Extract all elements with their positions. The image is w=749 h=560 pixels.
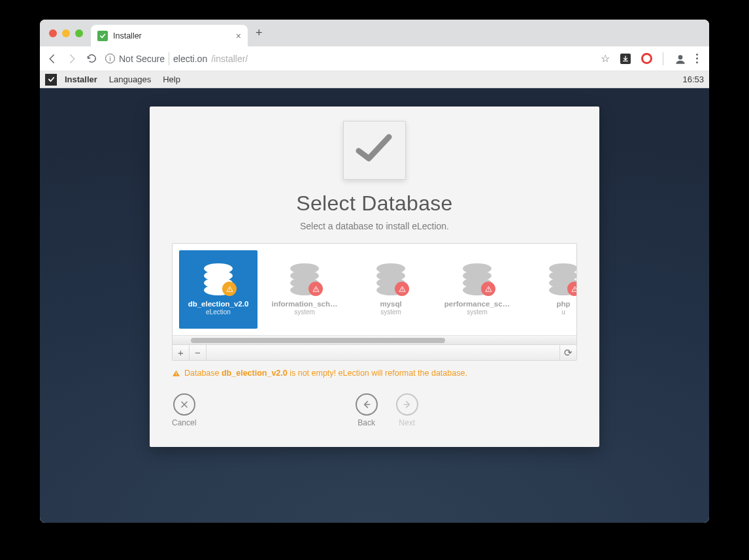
back-step-button[interactable]: Back [356,393,378,427]
database-panel: db_election_v2.0eLectioninformation_sch…… [172,243,577,361]
extension-icon[interactable] [641,53,652,64]
database-name: information_sch… [272,300,338,308]
database-icon [549,263,576,293]
database-subtitle: u [561,308,565,316]
next-step-button[interactable]: Next [396,393,418,427]
viewport: Select Database Select a database to ins… [40,88,709,523]
menu-installer[interactable]: Installer [65,74,97,84]
warning-dbname: db_election_v2.0 [222,369,288,378]
horizontal-scrollbar[interactable] [173,335,576,344]
next-label: Next [399,418,415,427]
error-badge-icon [395,282,409,296]
panel-toolbar: + − ⟳ [173,344,576,360]
svg-point-2 [229,290,230,291]
database-item[interactable]: phpu [524,250,576,329]
back-label: Back [358,418,375,427]
checkmark-illustration-icon [335,121,414,186]
svg-rect-11 [176,372,176,374]
database-subtitle: system [294,308,315,316]
tab-strip: Installer × + [40,20,709,46]
browser-window: Installer × + i Not Secure electi.on/ins… [40,20,709,523]
arrow-right-icon [396,393,418,416]
close-window-button[interactable] [49,29,57,37]
close-icon [173,393,195,416]
new-tab-button[interactable]: + [256,26,263,40]
add-database-button[interactable]: + [173,345,190,361]
database-subtitle: system [380,308,401,316]
url-field[interactable]: i Not Secure electi.on/installer/ [105,52,593,65]
app-logo-icon [45,74,57,86]
database-item[interactable]: performance_sc…system [438,250,516,329]
hero-image [172,121,577,186]
menu-languages[interactable]: Languages [109,74,151,84]
cancel-button[interactable]: Cancel [172,393,196,427]
site-info-icon[interactable]: i [105,54,115,63]
address-bar: i Not Secure electi.on/installer/ ☆ [40,46,709,71]
bookmark-icon[interactable]: ☆ [601,52,610,65]
error-badge-icon [308,282,323,296]
database-subtitle: system [467,308,488,316]
page-subtitle: Select a database to install eLection. [172,221,577,231]
svg-point-8 [488,290,489,291]
database-grid: db_election_v2.0eLectioninformation_sch…… [173,244,576,335]
divider [169,52,169,65]
url-host: electi.on [173,54,207,64]
svg-point-4 [316,290,316,291]
database-icon [376,263,405,293]
browser-tab[interactable]: Installer × [91,25,248,46]
error-badge-icon [481,282,495,296]
database-name: mysql [380,300,401,308]
refresh-button[interactable]: ⟳ [559,345,576,361]
database-item[interactable]: mysqlsystem [352,250,430,329]
installer-card: Select Database Select a database to ins… [150,107,599,447]
menu-help[interactable]: Help [163,74,180,84]
database-icon [204,263,233,293]
database-name: php [556,300,570,308]
favicon-icon [97,31,108,41]
maximize-window-button[interactable] [75,29,83,37]
clock: 16:53 [682,74,704,84]
database-subtitle: eLection [206,308,231,316]
close-tab-button[interactable]: × [236,31,241,41]
reload-button[interactable] [86,53,97,65]
arrow-left-icon [356,393,378,416]
security-label: Not Secure [119,54,165,64]
action-row: Cancel Back Next [172,393,577,427]
back-button[interactable] [46,53,58,65]
svg-point-10 [574,290,575,291]
warning-message: Database db_election_v2.0 is not empty! … [172,369,577,378]
minimize-window-button[interactable] [62,29,70,37]
window-controls [49,29,83,37]
warning-icon [172,369,180,378]
page-title: Select Database [172,191,577,216]
database-name: performance_sc… [444,300,510,308]
browser-menu-button[interactable] [696,54,699,63]
warning-prefix: Database [184,369,222,378]
url-path: /installer/ [211,54,248,64]
svg-point-0 [678,55,683,59]
address-bar-actions: ☆ [601,52,699,65]
database-name: db_election_v2.0 [188,300,249,308]
profile-icon[interactable] [674,53,686,65]
warning-suffix: is not empty! eLection will reformat the… [288,369,467,378]
forward-button[interactable] [66,53,78,65]
tab-title: Installer [113,31,142,41]
app-menubar: Installer Languages Help 16:53 [40,71,709,88]
divider [663,52,663,65]
warning-badge-icon [222,282,237,296]
remove-database-button[interactable]: − [190,345,207,361]
database-icon [463,263,491,293]
database-icon [290,263,319,293]
cancel-label: Cancel [172,418,196,427]
database-item[interactable]: information_sch…system [265,250,344,329]
svg-point-6 [402,290,403,291]
download-icon[interactable] [620,54,631,64]
database-item[interactable]: db_election_v2.0eLection [179,250,258,329]
svg-rect-12 [176,374,176,375]
